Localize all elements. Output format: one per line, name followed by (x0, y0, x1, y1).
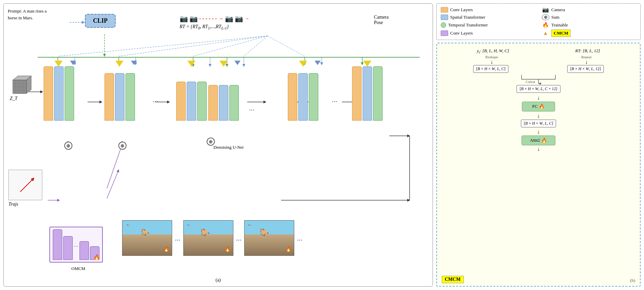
arrow-2: ← (186, 222, 191, 228)
ground-1 (122, 234, 172, 255)
bar-orange-d2 (352, 66, 362, 121)
cmcm-top-row: yt: [B, L, H, W, C] RT: [B, L, 12] (444, 48, 633, 54)
rider-3: 🐎 (260, 228, 269, 237)
fc-label: FC (532, 104, 538, 109)
arrow-3: ← (247, 222, 252, 228)
bar-blue-m2 (219, 85, 228, 121)
reshape-result-box: [B × H × W, L, C] (473, 65, 508, 73)
encoder-col2 (105, 73, 135, 121)
legend-label-3: Sum (551, 15, 559, 20)
legend-trainable: 🔥 Trainable (542, 22, 636, 28)
fire-1: 🔥 (163, 246, 169, 252)
triangle-1 (54, 61, 63, 67)
arrow-1: ← (126, 222, 131, 228)
triangle-2 (115, 61, 123, 67)
bar-orange-m2 (208, 85, 218, 121)
right-panel: Conv Layers 📷 Camera Spatial Transformer… (436, 3, 641, 287)
fire-fc: 🔥 (539, 104, 545, 109)
dashed-red: - - - - - - → (199, 16, 224, 22)
denoising-label: Denoising U-Net (213, 145, 244, 150)
yt-label: yt: [B, L, H, W, C] (477, 48, 509, 54)
sum-circle-2: ⊕ (118, 142, 127, 150)
arrow-to-fc: ↓ (537, 95, 540, 101)
encoder-col1 (44, 66, 74, 121)
dec-col1 (288, 73, 318, 121)
repeat-arrow: ↓ (585, 59, 588, 65)
triangle-m2 (220, 61, 228, 67)
legend-label-0: Conv Layers (450, 7, 473, 13)
bar-green-d2 (373, 66, 383, 121)
dots-mid2: ... (249, 104, 255, 112)
dec-col2 (352, 66, 383, 121)
legend-conv-purple: Conv Layers (441, 29, 535, 37)
swatch-orange (441, 7, 448, 13)
fire-attn: 🔥 (541, 138, 547, 143)
fc-box: FC 🔥 (522, 102, 555, 111)
cmcm-bottom-label: CMCM (442, 276, 464, 283)
bar-orange-1 (44, 66, 53, 121)
legend-cmcm: ▲ CMCM (542, 29, 636, 37)
sum-circle-1: ⊕ (64, 142, 72, 150)
attn-label: Attn2 (530, 138, 540, 143)
left-panel: Prompt: A man rises a horse in Mars. (3, 3, 433, 287)
bar-orange-2 (105, 73, 114, 121)
bar-blue-d1 (298, 73, 308, 121)
swatch-blue (441, 15, 448, 20)
arrow-final: ↓ (537, 146, 540, 152)
repeat-result-box: [B × H × W, L, 12] (567, 65, 604, 73)
b-text: (b) (630, 278, 635, 283)
legend-label-1: Camera (551, 7, 565, 13)
bar-green-2 (125, 73, 135, 121)
svg-line-28 (58, 36, 268, 56)
sum-icon-1: ⊕ (64, 142, 72, 150)
denoising-text: Denoising U-Net (213, 145, 244, 150)
bar-blue-d2 (363, 66, 372, 121)
mid-col2 (208, 85, 239, 121)
omcm-bar-3 (79, 241, 89, 260)
legend-label-2: Spatial Transformer (450, 15, 485, 20)
legend-conv-orange: Conv Layers (441, 6, 535, 13)
sum-icon-2: ⊕ (118, 142, 127, 150)
ground-2 (184, 234, 233, 255)
b-label: (b) (630, 278, 635, 283)
rider-1: 🐎 (141, 228, 150, 236)
trajs-area: Trajs (8, 170, 42, 207)
camera-label-1: Camera (374, 15, 389, 20)
cmcm-bottom-text: CMCM (445, 277, 461, 282)
clip-box: CLIP (85, 14, 116, 28)
swatch-green (441, 22, 446, 28)
bar-green-m1 (197, 82, 207, 121)
camera-label-2: Pose (374, 20, 389, 25)
bar-orange-m1 (176, 82, 186, 121)
video-frame-2: 🐎 ← 🔥 (183, 220, 233, 256)
legend-spatial: Spatial Transformer (441, 14, 535, 20)
omcm-bar-1 (53, 229, 62, 260)
prompt-text: Prompt: A man rises a horse in Mars. (8, 8, 47, 21)
svg-marker-37 (13, 80, 26, 94)
camera-icon-2: 📷 (189, 15, 198, 23)
concat-result-box: [B × H × W, L, C + 12] (516, 85, 560, 93)
caption-a-text: (a) (215, 277, 221, 283)
cmcm-legend-icon: ▲ (542, 30, 549, 36)
triangle-blue-m2 (234, 61, 240, 65)
bar-green-1 (65, 66, 74, 121)
camera-legend-icon: 📷 (542, 6, 549, 13)
trajs-label: Trajs (8, 202, 42, 207)
video-frame-3: 🐎 ← 🔥 (244, 220, 294, 256)
video-frame-1: 🐎 ← 🔥 (122, 220, 172, 256)
reshape-label: Reshape (485, 55, 498, 59)
cmcm-badge: CMCM (551, 29, 571, 37)
svg-line-29 (119, 36, 268, 56)
triangle-d1 (299, 61, 307, 67)
bar-orange-d1 (288, 73, 297, 121)
mid-col1 (176, 82, 207, 121)
legend-label-6: Conv Layers (450, 30, 473, 36)
bar-blue-2 (115, 73, 124, 121)
svg-line-32 (268, 36, 305, 56)
clip-label: CLIP (93, 17, 108, 24)
video-frames: 🐎 ← 🔥 ... 🐎 ← 🔥 ... 🐎 ← 🔥 (122, 220, 303, 256)
rider-2: 🐎 (201, 228, 210, 237)
camera-icon-3: 📷 (225, 15, 233, 23)
legend-temporal: Temporal Transformer (441, 22, 535, 28)
noise-svg (8, 73, 31, 97)
